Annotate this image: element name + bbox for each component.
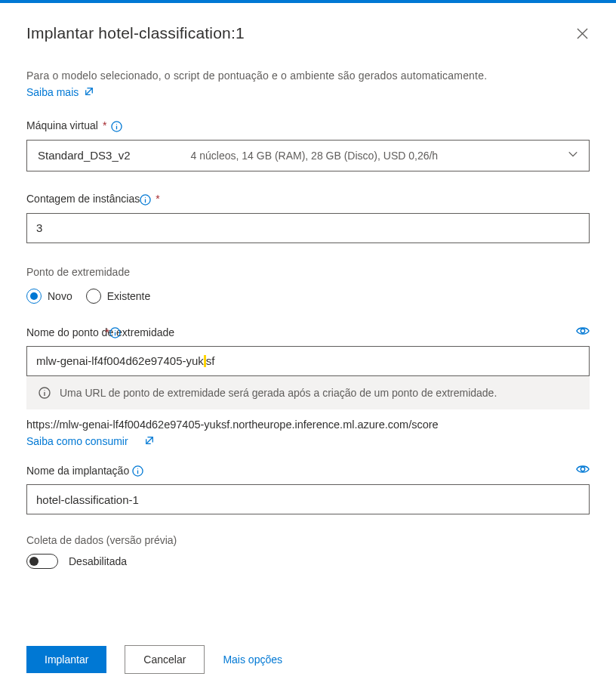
radio-circle (86, 289, 101, 304)
description-text: Para o modelo selecionado, o script de p… (26, 68, 590, 83)
learn-more-label: Saiba mais (26, 86, 79, 98)
instance-count-required-star: * (156, 193, 159, 205)
more-options-link[interactable]: Mais opções (223, 653, 282, 666)
instance-count-input[interactable] (26, 213, 590, 243)
radio-circle-selected (26, 289, 42, 304)
radio-new[interactable]: Novo (26, 289, 72, 304)
deploy-button[interactable]: Implantar (26, 646, 106, 673)
chevron-down-icon (568, 149, 578, 162)
svg-point-6 (581, 329, 584, 333)
endpoint-url: https://mlw-genai-lf4f004d62e97405-yuksf… (26, 419, 590, 431)
endpoint-info-text: Uma URL de ponto de extremidade será ger… (60, 387, 497, 399)
data-collection-label: Coleta de dados (versão prévia) (26, 534, 590, 546)
data-collection-state: Desabilitada (69, 555, 127, 567)
info-icon[interactable] (140, 193, 151, 205)
external-link-icon (145, 435, 154, 447)
deployment-name-input[interactable] (26, 484, 590, 514)
endpoint-name-input[interactable] (26, 346, 590, 376)
consume-link[interactable]: Saiba como consumir (26, 435, 128, 447)
vm-label: Máquina virtual (26, 119, 98, 131)
page-title: Implantar hotel-classification:1 (26, 24, 245, 42)
endpoint-info-banner: Uma URL de ponto de extremidade será ger… (26, 376, 590, 409)
info-icon[interactable] (109, 326, 121, 339)
instance-count-label: Contagem de instâncias (26, 193, 140, 205)
consume-link-label: Saiba como consumir (26, 435, 128, 447)
svg-point-11 (581, 468, 584, 471)
data-collection-toggle[interactable] (26, 554, 58, 569)
endpoint-name-label: Nome do ponto de extremidade (26, 326, 174, 338)
vm-required-star: * (103, 119, 106, 131)
toggle-knob (29, 557, 38, 566)
instance-count-label-row: Contagem de instâncias * (26, 193, 590, 205)
info-icon[interactable] (111, 119, 122, 132)
preview-eye-button[interactable] (576, 324, 590, 340)
endpoint-radio-group: Novo Existente (26, 289, 590, 304)
close-button[interactable] (574, 26, 590, 41)
svg-point-8 (44, 391, 45, 391)
eye-icon (576, 462, 590, 476)
endpoint-section-label: Ponto de extremidade (26, 266, 590, 278)
deployment-name-label-row: Nome da implantação (26, 464, 590, 477)
close-icon (577, 28, 588, 39)
vm-select[interactable]: Standard_DS3_v2 4 núcleos, 14 GB (RAM), … (26, 140, 590, 171)
vm-label-row: Máquina virtual * (26, 119, 590, 132)
svg-point-10 (137, 468, 138, 469)
learn-more-link[interactable]: Saiba mais (26, 86, 94, 98)
preview-eye-button[interactable] (576, 462, 590, 478)
radio-existing[interactable]: Existente (86, 289, 151, 304)
external-link-icon (85, 86, 94, 98)
cancel-button[interactable]: Cancelar (125, 645, 205, 674)
radio-new-label: Novo (48, 290, 72, 302)
info-icon (38, 387, 51, 399)
vm-selected-name: Standard_DS3_v2 (38, 149, 131, 162)
deployment-name-label: Nome da implantação (26, 465, 129, 477)
vm-selected-spec: 4 núcleos, 14 GB (RAM), 28 GB (Disco), U… (131, 150, 568, 162)
svg-point-1 (116, 124, 117, 125)
radio-existing-label: Existente (107, 290, 151, 302)
info-icon[interactable] (132, 464, 143, 477)
endpoint-name-label-row: Nome do ponto de extremidade * (26, 326, 590, 339)
svg-point-3 (145, 197, 146, 198)
eye-icon (576, 324, 590, 338)
svg-point-5 (115, 330, 116, 331)
